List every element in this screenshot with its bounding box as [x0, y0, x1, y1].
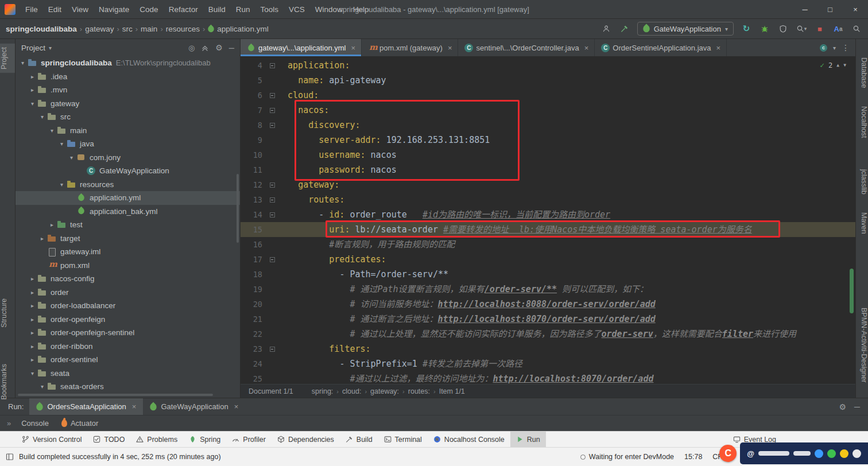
tool-window-button-problems[interactable]: Problems — [130, 432, 183, 447]
tree-item-order-loadbalancer[interactable]: ▸order-loadbalancer — [16, 299, 240, 313]
breadcrumb-item-resources[interactable]: resources — [166, 25, 200, 33]
tree-item-order[interactable]: ▸order — [16, 286, 240, 300]
yaml-breadcrumb-routes[interactable]: routes: — [408, 387, 430, 395]
editor-line-8[interactable]: 8 discovery: — [241, 118, 855, 133]
fold-icon[interactable] — [270, 182, 275, 188]
tree-item-gateway-iml[interactable]: gateway.iml — [16, 245, 240, 259]
menu-build[interactable]: Build — [203, 0, 231, 19]
tree-collapse-icon[interactable]: ▾ — [57, 141, 67, 147]
tool-button-jclasslib[interactable]: jclasslib — [856, 169, 868, 195]
tree-item-order-ribbon[interactable]: ▸order-ribbon — [16, 340, 240, 354]
tree-expand-icon[interactable]: ▸ — [28, 73, 37, 80]
yaml-breadcrumb-gateway[interactable]: gateway: — [370, 387, 399, 395]
close-icon[interactable]: × — [234, 402, 239, 411]
rerun-icon[interactable]: ↻ — [741, 23, 752, 34]
fold-marker[interactable] — [267, 192, 277, 207]
tool-window-button-run[interactable]: Run — [510, 432, 546, 447]
tree-collapse-icon[interactable]: ▾ — [37, 383, 47, 390]
tool-window-button-profiler[interactable]: Profiler — [226, 432, 272, 447]
run-tab-ordersseataapplication[interactable]: OrdersSeataApplication× — [29, 398, 143, 415]
tree-item-seata[interactable]: ▾seata — [16, 367, 240, 380]
translate-icon[interactable]: Aa — [832, 23, 844, 34]
tree-item-order-openfeign-sentinel[interactable]: ▸order-openfeign-sentinel — [16, 326, 240, 340]
breadcrumb-item-springcloudalibaba[interactable]: springcloudalibaba — [6, 25, 77, 33]
fold-marker[interactable] — [267, 252, 277, 267]
project-panel-title[interactable]: Project — [21, 44, 45, 52]
editor-line-20[interactable]: 20 # 访问当前服务地址：http://localhost:8088/orde… — [241, 297, 855, 312]
tree-item-java[interactable]: ▾java — [16, 137, 240, 151]
tree-collapse-icon[interactable]: ▾ — [18, 60, 28, 66]
user-settings-icon[interactable] — [600, 23, 612, 34]
console-tab-actuator[interactable]: Actuator — [61, 419, 98, 428]
menu-run[interactable]: Run — [231, 0, 255, 19]
breadcrumb-item-application-yml[interactable]: application.yml — [208, 25, 268, 33]
tree-expand-icon[interactable]: ▸ — [37, 235, 47, 242]
fold-marker[interactable] — [267, 177, 277, 192]
editor-line-7[interactable]: 7 nacos: — [241, 103, 855, 118]
tree-collapse-icon[interactable]: ▾ — [28, 100, 37, 107]
prev-problem-icon[interactable]: ▲ — [836, 63, 839, 68]
menu-tools[interactable]: Tools — [255, 0, 284, 19]
editor-line-11[interactable]: 11 password: nacos — [241, 162, 855, 177]
tool-button-bookmarks[interactable]: Bookmarks — [0, 364, 15, 400]
fold-marker[interactable] — [267, 341, 277, 356]
tree-item-pom-xml[interactable]: pom.xml — [16, 259, 240, 273]
tool-window-button-spring[interactable]: Spring — [183, 432, 226, 447]
tree-expand-icon[interactable]: ▸ — [28, 302, 37, 309]
tool-button-project[interactable]: Project — [0, 44, 15, 73]
close-icon[interactable]: × — [351, 44, 355, 52]
tree-expand-icon[interactable]: ▸ — [28, 316, 37, 323]
tool-button-bpmn[interactable]: BPMN-Activiti-Designer — [856, 308, 868, 383]
tool-window-button-nocalhost[interactable]: NNocalhost Console — [428, 432, 510, 447]
caret-position[interactable]: 15:78 — [684, 453, 702, 461]
tree-expand-icon[interactable]: ▸ — [28, 289, 37, 296]
tab-options-icon[interactable]: ⋮ — [842, 43, 850, 52]
maximize-button[interactable]: □ — [817, 0, 843, 19]
editor-line-12[interactable]: 12 gateway: — [241, 177, 855, 192]
menu-edit[interactable]: Edit — [43, 0, 67, 19]
tree-expand-icon[interactable]: ▸ — [47, 222, 57, 228]
console-tab-console[interactable]: Console — [21, 419, 49, 428]
close-button[interactable]: × — [843, 0, 868, 19]
tree-collapse-icon[interactable]: ▾ — [67, 154, 76, 161]
menu-code[interactable]: Code — [134, 0, 163, 19]
tree-expand-icon[interactable]: ▸ — [28, 275, 37, 282]
yaml-breadcrumb-cloud[interactable]: cloud: — [342, 387, 361, 395]
editor-line-14[interactable]: 14 - id: order_route #id为路由的唯一标识，当前配置为路由… — [241, 207, 855, 222]
hide-panel-icon[interactable]: ─ — [229, 44, 234, 52]
next-problem-icon[interactable]: ▼ — [843, 63, 846, 68]
fold-marker[interactable] — [267, 118, 277, 133]
tree-item-gateway[interactable]: ▾gateway — [16, 97, 240, 111]
fold-marker[interactable] — [267, 103, 277, 118]
tree-item-nacos-config[interactable]: ▸nacos-config — [16, 272, 240, 286]
tree-expand-icon[interactable]: ▸ — [28, 87, 37, 93]
editor-line-25[interactable]: 25 #通过以上过滤，最终的访问地址为：http://localhost:807… — [241, 371, 855, 384]
editor-line-21[interactable]: 21 # 通过断言之后地址：http://localhost:8070/orde… — [241, 312, 855, 327]
hide-panel-icon[interactable]: ─ — [854, 402, 860, 411]
fold-icon[interactable] — [270, 123, 275, 128]
breadcrumb-item-src[interactable]: src — [122, 25, 133, 33]
locate-file-icon[interactable]: ◎ — [188, 44, 195, 52]
menu-refactor[interactable]: Refactor — [164, 0, 203, 19]
tree-item-application-yml[interactable]: application.yml — [16, 191, 240, 205]
tree-item-target[interactable]: ▸target — [16, 232, 240, 246]
stop-icon[interactable]: ■ — [814, 23, 826, 34]
tool-window-button-build[interactable]: Build — [340, 432, 378, 447]
tree-collapse-icon[interactable]: ▾ — [47, 127, 57, 134]
yaml-breadcrumb-spring[interactable]: spring: — [312, 387, 334, 395]
close-icon[interactable]: × — [448, 44, 452, 52]
tool-window-button-todo[interactable]: TODO — [87, 432, 130, 447]
tree-item-src[interactable]: ▾src — [16, 110, 240, 124]
yaml-breadcrumb-item-1-1[interactable]: Item 1/1 — [439, 387, 465, 395]
devmode-status[interactable]: Waiting for enter DevMode — [580, 453, 674, 461]
hidden-tab-class-icon[interactable]: c — [820, 44, 827, 52]
tree-item-springcloudalibaba[interactable]: ▾springcloudalibabaE:\TLWork\springcloud… — [16, 56, 240, 70]
editor-body[interactable]: 4 application:5 name: api-gateway6 cloud… — [241, 56, 855, 384]
tree-item-application-bak-yml[interactable]: application_bak.yml — [16, 205, 240, 219]
fold-icon[interactable] — [270, 108, 275, 113]
tool-window-button-dependencies[interactable]: Dependencies — [272, 432, 340, 447]
close-icon[interactable]: × — [716, 44, 721, 52]
tree-item-test[interactable]: ▸test — [16, 218, 240, 232]
tree-expand-icon[interactable]: ▸ — [28, 329, 37, 336]
run-configuration-select[interactable]: GateWayApplication ▾ — [637, 22, 734, 36]
